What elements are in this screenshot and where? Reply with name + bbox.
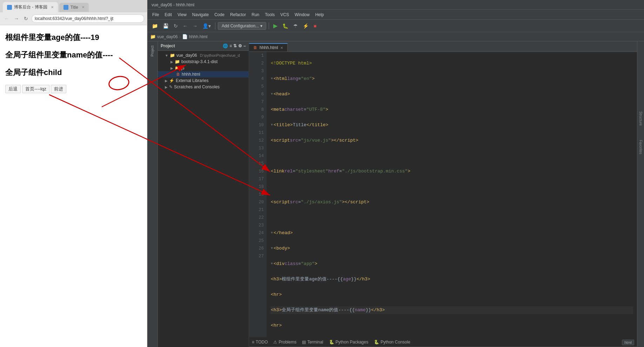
browser-refresh-btn[interactable]: ↻: [22, 15, 29, 22]
code-line-12: ▼</head>: [271, 229, 633, 237]
code-line-14: ▼<div class="app">: [271, 260, 633, 268]
ext-libs-icon: ⚡: [169, 78, 174, 83]
address-bar[interactable]: [32, 14, 144, 23]
bottom-tab-python-console[interactable]: 🐍 Python Console: [374, 340, 410, 345]
menu-edit[interactable]: Edit: [162, 12, 174, 18]
toolbar-sep-1: [215, 22, 215, 29]
ide-breadcrumb: 📁 vue_day06 › 📄 hhhh.html: [147, 32, 644, 41]
browser-tab-1-close[interactable]: ✕: [51, 5, 54, 9]
toolbar-coverage-btn[interactable]: ☂: [291, 22, 300, 30]
ide-menubar: File Edit View Navigate Code Refactor Ru…: [147, 10, 644, 20]
menu-navigate[interactable]: Navigate: [190, 12, 211, 18]
toolbar-open-btn[interactable]: 📁: [150, 22, 160, 30]
html-badge-container: html: [622, 339, 634, 345]
menu-file[interactable]: File: [150, 12, 161, 18]
toolbar-save-btn[interactable]: 💾: [161, 22, 170, 30]
browser-back-btn[interactable]: ←: [3, 15, 11, 22]
menu-help[interactable]: Help: [313, 12, 326, 18]
tree-label-scratches: Scratches and Consoles: [174, 84, 220, 89]
browser-tab-1[interactable]: 博客后台 - 博客园 ✕: [3, 2, 58, 12]
code-line-3: ▼<head>: [271, 90, 633, 98]
ide-toolbar: 📁 💾 ↻ ← → 👤▾ Add Configuration... ▾ ▶ 🐛 …: [147, 20, 644, 32]
home-btn[interactable]: 首页----lqz: [22, 85, 49, 93]
html-file-icon: 🗎: [176, 72, 180, 77]
folder-icon-3: 📁: [175, 66, 180, 70]
breadcrumb-part2[interactable]: hhhh.html: [189, 34, 208, 39]
toolbar-back-btn[interactable]: ←: [181, 22, 189, 30]
toolbar-stop-btn[interactable]: ■: [312, 22, 318, 30]
python-pkg-icon: 🐍: [329, 340, 334, 345]
menu-view[interactable]: View: [175, 12, 189, 18]
toolbar-forward-btn[interactable]: →: [191, 22, 199, 30]
menu-tools[interactable]: Tools: [263, 12, 277, 18]
menu-run[interactable]: Run: [249, 12, 261, 18]
filetree-gear-btn[interactable]: ⚙: [238, 43, 242, 48]
browser-tabs: 博客后台 - 博客园 ✕ Title ✕: [0, 0, 147, 12]
back-btn[interactable]: 后退: [5, 85, 21, 93]
code-line-6: <script src="js/vue.js"></script>: [271, 137, 633, 144]
content-line-1: 根组件里变量age的值----19: [5, 32, 142, 43]
code-line-1: <!DOCTYPE html>: [271, 60, 633, 67]
tree-label-bootstrap: bootstrap-3.4.1-dist: [181, 59, 217, 64]
filetree-eq-btn[interactable]: ≡: [229, 43, 232, 48]
tree-item-bootstrap[interactable]: ▶ 📁 bootstrap-3.4.1-dist: [158, 59, 249, 65]
forward-btn[interactable]: 前进: [51, 85, 66, 93]
tree-item-vue-day06[interactable]: ▼ 📁 vue_day06 D:\pythonProject\vue_d: [158, 52, 249, 59]
tree-item-hhhh[interactable]: 🗎 hhhh.html: [158, 71, 249, 77]
bottom-tab-python-packages[interactable]: 🐍 Python Packages: [329, 340, 368, 345]
toolbar-profile-btn[interactable]: ⚡: [301, 22, 310, 30]
add-config-btn[interactable]: Add Configuration... ▾: [218, 22, 266, 30]
browser-tab-2[interactable]: Title ✕: [59, 3, 89, 12]
browser-tab-2-close[interactable]: ✕: [82, 5, 85, 9]
code-line-16: <hr>: [271, 291, 633, 299]
problems-label: Problems: [279, 340, 296, 345]
toolbar-debug-btn[interactable]: 🐛: [281, 22, 290, 30]
favorites-tab[interactable]: Favorites: [639, 140, 643, 154]
code-line-2: ▼<html lang="en">: [271, 75, 633, 83]
tree-item-ext-libs[interactable]: ▶ ⚡ External Libraries: [158, 77, 249, 84]
browser-chrome: 博客后台 - 博客园 ✕ Title ✕ ← → ↻: [0, 0, 147, 25]
browser-forward-btn[interactable]: →: [13, 15, 20, 22]
tree-path: D:\pythonProject\vue_d: [200, 53, 240, 57]
bottom-tab-todo[interactable]: ≡ TODO: [252, 340, 268, 345]
filetree-globe-btn[interactable]: 🌐: [223, 43, 228, 48]
filetree-sort-btn[interactable]: ⇅: [233, 43, 237, 48]
tree-item-js[interactable]: ▶ 📁 js: [158, 65, 249, 71]
project-tab[interactable]: Project: [150, 44, 155, 58]
toolbar-run-btn[interactable]: ▶: [271, 21, 279, 30]
tree-item-scratches[interactable]: ▶ ✎ Scratches and Consoles: [158, 84, 249, 90]
breadcrumb-part1[interactable]: vue_day06: [157, 34, 178, 39]
browser-content: 根组件里变量age的值----19 全局子组件里变量name的值---- 全局子…: [0, 25, 147, 347]
structure-tab[interactable]: Structure: [639, 111, 643, 126]
scratches-icon: ✎: [169, 84, 173, 89]
name-heading: 全局子组件里变量name的值----: [5, 50, 142, 60]
toolbar-sync-btn[interactable]: ↻: [172, 22, 180, 30]
bottom-tab-terminal[interactable]: ▤ Terminal: [302, 340, 323, 345]
code-line-7: [271, 152, 633, 160]
add-config-arrow: ▾: [260, 23, 262, 28]
code-line-13: ▼<body>: [271, 245, 633, 252]
ide-window: vue_day06 - hhhh.html File Edit View Nav…: [147, 0, 644, 347]
todo-icon: ≡: [252, 340, 254, 345]
code-content[interactable]: <!DOCTYPE html> ▼<html lang="en"> ▼<head…: [267, 52, 637, 337]
editor-tab-close[interactable]: ✕: [280, 46, 283, 50]
tab-favicon-1: [7, 5, 12, 10]
folder-icon-1: 📁: [170, 53, 175, 58]
ide-right-tabs: Structure Favorites: [637, 41, 644, 347]
filetree-title: Project: [161, 43, 175, 48]
tree-arrow-4: ▶: [165, 79, 168, 83]
editor-tab-hhhh[interactable]: 🗎 hhhh.html ✕: [249, 43, 288, 52]
code-editor[interactable]: 12345 678910 1112131415 1617181920 21222…: [249, 52, 637, 337]
menu-code[interactable]: Code: [212, 12, 227, 18]
bottom-tab-problems[interactable]: ⚠ Problems: [273, 340, 296, 345]
code-line-5: ▼<title>Title</title>: [271, 121, 633, 129]
toolbar-user-btn[interactable]: 👤▾: [201, 22, 213, 30]
ide-body: Project Project 🌐 ≡ ⇅ ⚙ – ▼ 📁 vue_day06: [147, 41, 644, 347]
content-line-2: 全局子组件里变量name的值----: [5, 50, 142, 60]
menu-refactor[interactable]: Refactor: [228, 12, 248, 18]
code-line-4: <meta charset="UTF-8">: [271, 106, 633, 114]
filetree-hide-btn[interactable]: –: [243, 43, 246, 48]
menu-vcs[interactable]: VCS: [278, 12, 291, 18]
menu-window[interactable]: Window: [293, 12, 312, 18]
browser-tab-1-label: 博客后台 - 博客园: [14, 4, 47, 10]
